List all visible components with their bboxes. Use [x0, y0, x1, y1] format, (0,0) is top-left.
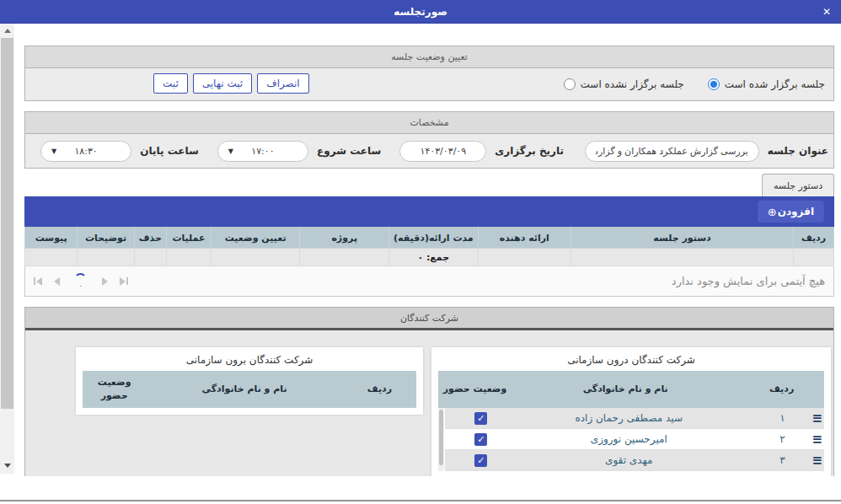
rows-scrollbar[interactable]: [438, 408, 444, 471]
start-time-select[interactable]: ۱۷:۰۰ ▼: [217, 141, 308, 162]
col-name: نام و نام خانوادگی: [512, 371, 739, 408]
col-delete: حذف: [134, 228, 166, 249]
chevron-down-icon: ▼: [228, 147, 233, 155]
status-section-body: جلسه برگزار شده است جلسه برگزار نشده است…: [25, 68, 833, 100]
add-agenda-button[interactable]: افزودن ⊕: [758, 201, 824, 223]
close-icon[interactable]: ✕: [822, 0, 831, 24]
col-row: ردیف: [794, 228, 834, 249]
drag-handle-icon[interactable]: ≡: [812, 432, 822, 447]
cancel-button[interactable]: انصراف: [257, 73, 308, 94]
empty-message: هیچ آیتمی برای نمایش وجود ندارد: [672, 275, 825, 287]
meeting-date-label: تاریخ برگزاری: [495, 145, 564, 157]
participant-name: امیرحسین نوروزی: [517, 433, 742, 445]
modal-body: تعیین وضعیت جلسه جلسه برگزار شده است جلس…: [14, 24, 841, 476]
row-number: ۳: [779, 454, 785, 466]
page-loading-spinner: ۰: [72, 273, 90, 290]
col-row: ردیف: [343, 371, 416, 408]
meeting-title-input[interactable]: [585, 141, 759, 162]
participants-section-body: شرکت کنندگان درون سازمانی ردیف نام و نام…: [25, 330, 833, 476]
external-participants-panel: شرکت کنندگان برون سازمانی ردیف نام و نام…: [76, 347, 423, 415]
status-radio-group: جلسه برگزار شده است جلسه برگزار نشده است: [564, 78, 833, 90]
internal-table-rows: ۱ ≡ سید مصطفی رحمان زاده ✓ ۲ ≡: [438, 408, 824, 471]
internal-participants-panel: شرکت کنندگان درون سازمانی ردیف نام و نام…: [431, 347, 831, 476]
col-row: ردیف: [739, 371, 824, 408]
attendance-checkbox[interactable]: ✓: [474, 412, 487, 425]
col-agenda: دستور جلسه: [570, 228, 793, 249]
save-button[interactable]: ثبت: [153, 73, 188, 94]
radio-meeting-held[interactable]: جلسه برگزار شده است: [708, 78, 825, 90]
status-section-header: تعیین وضعیت جلسه: [25, 46, 833, 68]
col-project: پروژه: [300, 228, 389, 249]
agenda-total-cell: جمع: ۰: [389, 249, 479, 266]
start-time-label: ساعت شروع: [317, 145, 381, 157]
last-page-icon[interactable]: [120, 277, 128, 286]
drag-handle-icon[interactable]: ≡: [812, 410, 822, 426]
start-time-value: ۱۷:۰۰: [251, 146, 274, 157]
plus-circle-icon: ⊕: [768, 206, 777, 218]
details-section-header: مشخصات: [25, 112, 833, 134]
radio-meeting-held-label: جلسه برگزار شده است: [725, 78, 825, 90]
participant-name: مهدی تقوی: [517, 454, 742, 466]
participants-section: شرکت کنندگان شرکت کنندگان درون سازمانی ر…: [24, 307, 834, 476]
modal-scrollbar[interactable]: [0, 24, 14, 474]
status-buttons: ثبت ثبت نهایی انصراف: [153, 73, 309, 94]
pagination: ۰: [34, 273, 128, 290]
internal-participants-table: ردیف نام و نام خانوادگی وضعیت حضور ۱ ≡ س…: [438, 371, 824, 471]
meeting-date-input[interactable]: ۱۴۰۳/۰۳/۰۹: [399, 141, 486, 162]
meeting-title-label: عنوان جلسه: [768, 145, 828, 157]
details-section: مشخصات عنوان جلسه تاریخ برگزاری ۱۴۰۳/۰۳/…: [24, 111, 834, 169]
tab-agenda[interactable]: دستور جلسه: [762, 174, 834, 196]
col-duration: مدت ارائه(دقیقه): [389, 228, 479, 249]
radio-unselected-icon[interactable]: [564, 78, 576, 90]
attendance-checkbox[interactable]: ✓: [474, 454, 487, 467]
col-notes: توضیحات: [78, 228, 134, 249]
bottom-divider: [0, 500, 841, 501]
participant-row: ۱ ≡ سید مصطفی رحمان زاده ✓: [445, 408, 824, 429]
participants-section-header: شرکت کنندگان: [25, 308, 833, 330]
internal-participants-title: شرکت کنندگان درون سازمانی: [438, 351, 824, 371]
scrollbar-up-icon[interactable]: [0, 24, 14, 37]
first-page-icon[interactable]: [34, 277, 42, 286]
chevron-down-icon: ▼: [51, 147, 56, 155]
add-button-label: افزودن: [778, 206, 814, 217]
attendance-checkbox[interactable]: ✓: [474, 433, 487, 446]
radio-meeting-not-held-label: جلسه برگزار نشده است: [581, 78, 684, 90]
end-time-value: ۱۸:۳۰: [74, 146, 97, 157]
agenda-pager-bar: هیچ آیتمی برای نمایش وجود ندارد ۰: [24, 266, 834, 297]
radio-selected-icon[interactable]: [708, 78, 720, 90]
agenda-toolbar: افزودن ⊕: [24, 196, 834, 227]
participant-name: سید مصطفی رحمان زاده: [517, 412, 742, 424]
external-participants-table: ردیف نام و نام خانوادگی وضعیت حضور: [83, 371, 416, 408]
modal-titlebar: صورتجلسه ✕: [0, 0, 841, 24]
col-set-status: تعیین وضعیت: [211, 228, 300, 249]
scrollbar-down-icon[interactable]: [0, 458, 14, 472]
participant-row: ۳ ≡ مهدی تقوی ✓: [445, 450, 824, 471]
internal-table-header: ردیف نام و نام خانوادگی وضعیت حضور: [438, 371, 824, 408]
agenda-total-row: جمع: ۰: [25, 249, 834, 266]
external-table-header: ردیف نام و نام خانوادگی وضعیت حضور: [83, 371, 416, 408]
bottom-strip: [0, 476, 841, 504]
details-section-body: عنوان جلسه تاریخ برگزاری ۱۴۰۳/۰۳/۰۹ ساعت…: [25, 134, 833, 168]
row-number: ۱: [779, 412, 785, 424]
prev-page-icon[interactable]: [54, 277, 60, 286]
modal-title: صورتجلسه: [394, 6, 447, 18]
col-presenter: ارائه دهنده: [478, 228, 570, 249]
radio-meeting-not-held[interactable]: جلسه برگزار نشده است: [564, 78, 684, 90]
external-participants-title: شرکت کنندگان برون سازمانی: [83, 351, 416, 371]
end-time-label: ساعت پایان: [140, 145, 199, 157]
meeting-minutes-modal: صورتجلسه ✕ تعیین وضعیت جلسه جلسه برگزار …: [0, 0, 841, 504]
status-section: تعیین وضعیت جلسه جلسه برگزار شده است جلس…: [24, 46, 834, 101]
final-save-button[interactable]: ثبت نهایی: [193, 73, 252, 94]
agenda-table: ردیف دستور جلسه ارائه دهنده مدت ارائه(دق…: [24, 227, 834, 266]
col-operations: عملیات: [167, 228, 212, 249]
rows-scrollbar-thumb[interactable]: [439, 410, 443, 465]
end-time-select[interactable]: ۱۸:۳۰ ▼: [40, 141, 131, 162]
scrollbar-thumb[interactable]: [1, 38, 13, 409]
col-attachment: پیوست: [25, 228, 78, 249]
next-page-icon[interactable]: [102, 277, 108, 286]
drag-handle-icon[interactable]: ≡: [812, 453, 822, 468]
agenda-header-row: ردیف دستور جلسه ارائه دهنده مدت ارائه(دق…: [25, 228, 834, 249]
row-number: ۲: [779, 433, 785, 445]
participant-row: ۲ ≡ امیرحسین نوروزی ✓: [445, 429, 824, 450]
col-name: نام و نام خانوادگی: [146, 371, 343, 408]
